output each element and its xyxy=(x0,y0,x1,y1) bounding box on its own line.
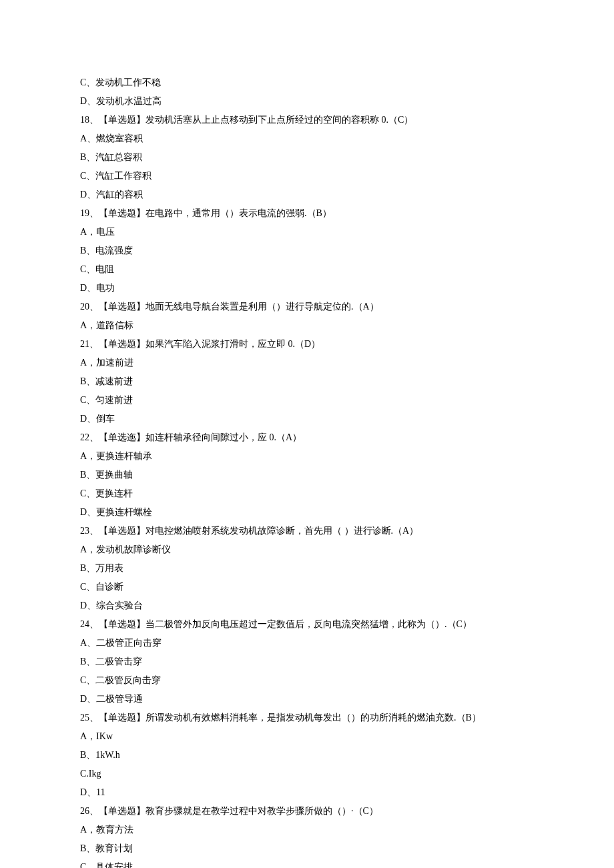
text-line: 22、【单选迤】如连杆轴承径向间隙过小，应 0.（A） xyxy=(80,428,534,447)
text-line: B、1kW.h xyxy=(80,746,534,765)
text-line: A、二极管正向击穿 xyxy=(80,634,534,653)
text-line: 18、【单选题】发动机活塞从上止点移动到下止点所经过的空间的容积称 0.（C） xyxy=(80,111,534,129)
text-line: 25、【单选题】所谓发动机有效燃料消耗率，是指发动机每发出（）的功所消耗的燃油充… xyxy=(80,709,534,727)
text-line: D、更换连杆螺栓 xyxy=(80,503,534,522)
text-line: B、电流强度 xyxy=(80,242,534,260)
text-line: D、汽缸的容积 xyxy=(80,185,534,204)
text-line: D、电功 xyxy=(80,279,534,298)
text-line: 26、【单选题】教育步骤就是在教学过程中对教学步骤所做的（）·（C） xyxy=(80,802,534,821)
text-line: 24、【单选题】当二极管外加反向电压超过一定数值后，反向电流突然猛增，此称为（）… xyxy=(80,615,534,634)
text-line: B、汽缸总容积 xyxy=(80,148,534,167)
text-line: A，电压 xyxy=(80,223,534,242)
text-line: D、二极管导通 xyxy=(80,690,534,709)
text-line: B、减速前进 xyxy=(80,372,534,391)
text-line: C、汽缸工作容积 xyxy=(80,167,534,185)
text-line: C、发动机工作不稳 xyxy=(80,73,534,92)
text-line: D、11 xyxy=(80,783,534,802)
text-line: 21、【单选题】如果汽车陷入泥浆打滑时，应立即 0.（D） xyxy=(80,335,534,354)
text-line: C、具体安排 xyxy=(80,858,534,868)
text-line: D、综合实验台 xyxy=(80,596,534,615)
text-line: A，更换连杆轴承 xyxy=(80,447,534,466)
text-line: C、更换连杆 xyxy=(80,484,534,503)
text-line: A，IKw xyxy=(80,727,534,746)
text-line: 19、【单选题】在电路中，通常用（）表示电流的强弱.（B） xyxy=(80,204,534,223)
text-line: 20、【单选题】地面无线电导航台装置是利用（）进行导航定位的.（A） xyxy=(80,298,534,316)
text-line: C、电阻 xyxy=(80,260,534,279)
text-line: 23、【单选题】对电控燃油喷射系统发动机故障诊断，首先用（ ）进行诊断.（A） xyxy=(80,522,534,540)
text-line: A，发动机故障诊断仪 xyxy=(80,540,534,559)
document-body: C、发动机工作不稳D、发动机水温过高18、【单选题】发动机活塞从上止点移动到下止… xyxy=(80,73,534,868)
text-line: C、二极管反向击穿 xyxy=(80,671,534,690)
text-line: B、二极管击穿 xyxy=(80,653,534,671)
text-line: A，教育方法 xyxy=(80,821,534,839)
text-line: C、自诊断 xyxy=(80,578,534,596)
text-line: D、倒车 xyxy=(80,410,534,428)
text-line: B、万用表 xyxy=(80,559,534,578)
text-line: A，道路信标 xyxy=(80,316,534,335)
text-line: A、燃烧室容积 xyxy=(80,129,534,148)
text-line: C、匀速前进 xyxy=(80,391,534,410)
text-line: C.Ikg xyxy=(80,765,534,783)
text-line: B、教育计划 xyxy=(80,839,534,858)
text-line: D、发动机水温过高 xyxy=(80,92,534,111)
text-line: A，加速前进 xyxy=(80,354,534,372)
text-line: B、更换曲轴 xyxy=(80,466,534,484)
